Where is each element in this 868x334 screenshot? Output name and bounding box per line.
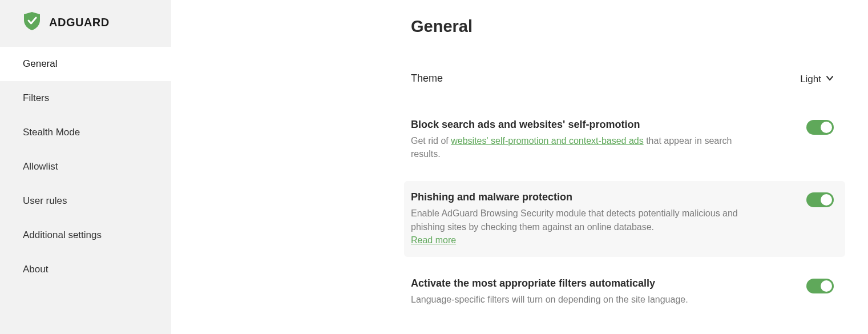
theme-value: Light	[800, 74, 821, 85]
sidebar-item-label: User rules	[23, 195, 67, 206]
sidebar-item-allowlist[interactable]: Allowlist	[0, 150, 171, 184]
sidebar-item-label: General	[23, 58, 57, 69]
setting-phishing: Phishing and malware protection Enable A…	[404, 181, 845, 257]
auto-filters-toggle[interactable]	[806, 279, 834, 293]
sidebar-item-about[interactable]: About	[0, 252, 171, 287]
shield-icon	[23, 11, 41, 33]
block-ads-toggle[interactable]	[806, 120, 834, 135]
setting-block-search-ads: Block search ads and websites' self-prom…	[411, 108, 845, 171]
nav: General Filters Stealth Mode Allowlist U…	[0, 47, 171, 287]
phishing-toggle[interactable]	[806, 192, 834, 207]
sidebar-item-filters[interactable]: Filters	[0, 81, 171, 115]
theme-select[interactable]: Light	[800, 73, 834, 85]
block-ads-title: Block search ads and websites' self-prom…	[411, 119, 753, 131]
sidebar-item-label: Allowlist	[23, 161, 58, 172]
block-ads-link[interactable]: websites' self-promotion and context-bas…	[451, 136, 643, 146]
sidebar: ADGUARD General Filters Stealth Mode All…	[0, 0, 171, 334]
setting-auto-update: Auto-update filters For more effective b…	[411, 327, 845, 334]
sidebar-item-stealth-mode[interactable]: Stealth Mode	[0, 115, 171, 150]
setting-theme: Theme Light	[411, 62, 845, 98]
brand: ADGUARD	[0, 0, 171, 47]
sidebar-item-label: Additional settings	[23, 230, 102, 240]
theme-label: Theme	[411, 73, 443, 84]
auto-filters-desc: Language-specific filters will turn on d…	[411, 293, 688, 306]
sidebar-item-label: Stealth Mode	[23, 127, 80, 138]
setting-auto-filters: Activate the most appropriate filters au…	[411, 267, 845, 316]
sidebar-item-additional-settings[interactable]: Additional settings	[0, 218, 171, 252]
phishing-read-more-link[interactable]: Read more	[411, 235, 456, 245]
sidebar-item-label: Filters	[23, 92, 49, 103]
phishing-title: Phishing and malware protection	[411, 191, 753, 203]
sidebar-item-user-rules[interactable]: User rules	[0, 184, 171, 218]
sidebar-item-label: About	[23, 264, 48, 275]
chevron-down-icon	[826, 74, 834, 85]
content: General Theme Light Block search ads and…	[171, 0, 868, 334]
phishing-desc: Enable AdGuard Browsing Security module …	[411, 207, 753, 247]
page-title: General	[411, 17, 845, 36]
brand-name: ADGUARD	[49, 16, 110, 29]
sidebar-item-general[interactable]: General	[0, 47, 171, 81]
auto-filters-title: Activate the most appropriate filters au…	[411, 277, 688, 289]
block-ads-desc: Get rid of websites' self-promotion and …	[411, 134, 753, 160]
